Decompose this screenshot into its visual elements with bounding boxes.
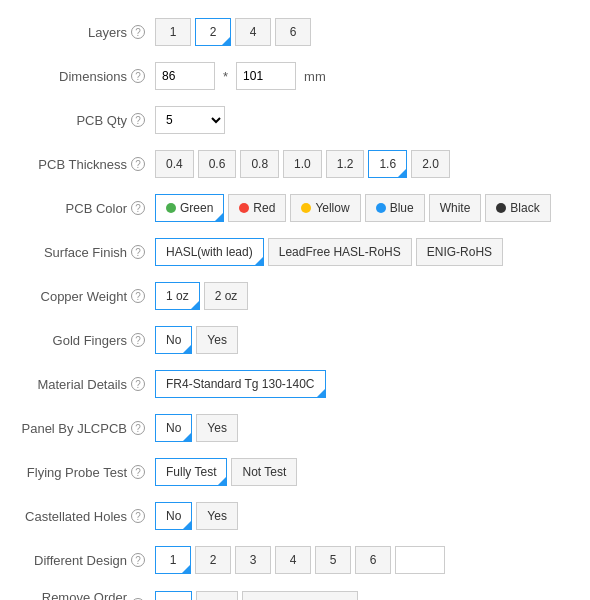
pcb-thickness-opt-10[interactable]: 1.0 [283, 150, 322, 178]
panel-jlcpcb-options: No Yes [155, 414, 580, 442]
copper-weight-options: 1 oz 2 oz [155, 282, 580, 310]
gold-fingers-opt-no[interactable]: No [155, 326, 192, 354]
surface-finish-opt-hasl[interactable]: HASL(with lead) [155, 238, 264, 266]
dimensions-width-input[interactable] [155, 62, 215, 90]
pcb-color-opt-green[interactable]: Green [155, 194, 224, 222]
layers-label: Layers ? [10, 25, 155, 40]
yellow-dot [301, 203, 311, 213]
pcb-thickness-options: 0.4 0.6 0.8 1.0 1.2 1.6 2.0 [155, 150, 580, 178]
pcb-thickness-opt-06[interactable]: 0.6 [198, 150, 237, 178]
copper-weight-help-icon[interactable]: ? [131, 289, 145, 303]
pcb-color-row: PCB Color ? Green Red Yellow Blue White … [0, 186, 590, 230]
different-design-opt-4[interactable]: 4 [275, 546, 311, 574]
flying-probe-opt-fully[interactable]: Fully Test [155, 458, 227, 486]
dimensions-label: Dimensions ? [10, 69, 155, 84]
material-details-help-icon[interactable]: ? [131, 377, 145, 391]
material-details-opt-fr4[interactable]: FR4-Standard Tg 130-140C [155, 370, 326, 398]
pcb-thickness-row: PCB Thickness ? 0.4 0.6 0.8 1.0 1.2 1.6 … [0, 142, 590, 186]
gold-fingers-help-icon[interactable]: ? [131, 333, 145, 347]
pcb-color-opt-red[interactable]: Red [228, 194, 286, 222]
pcb-thickness-opt-16[interactable]: 1.6 [368, 150, 407, 178]
pcb-color-help-icon[interactable]: ? [131, 201, 145, 215]
pcb-thickness-opt-12[interactable]: 1.2 [326, 150, 365, 178]
surface-finish-opt-enig[interactable]: ENIG-RoHS [416, 238, 503, 266]
material-details-options: FR4-Standard Tg 130-140C [155, 370, 580, 398]
panel-jlcpcb-opt-yes[interactable]: Yes [196, 414, 238, 442]
remove-order-number-opt-no[interactable]: No [155, 591, 192, 600]
dimensions-options: * mm [155, 62, 580, 90]
surface-finish-opt-leadfree[interactable]: LeadFree HASL-RoHS [268, 238, 412, 266]
copper-weight-opt-2oz[interactable]: 2 oz [204, 282, 249, 310]
gold-fingers-label: Gold Fingers ? [10, 333, 155, 348]
different-design-opt-1[interactable]: 1 [155, 546, 191, 574]
panel-jlcpcb-help-icon[interactable]: ? [131, 421, 145, 435]
pcb-color-opt-white[interactable]: White [429, 194, 482, 222]
gold-fingers-row: Gold Fingers ? No Yes [0, 318, 590, 362]
remove-order-number-opt-specify[interactable]: Specify a location [242, 591, 358, 600]
pcb-qty-help-icon[interactable]: ? [131, 113, 145, 127]
flying-probe-opt-not[interactable]: Not Test [231, 458, 297, 486]
dimensions-help-icon[interactable]: ? [131, 69, 145, 83]
panel-jlcpcb-label: Panel By JLCPCB ? [10, 421, 155, 436]
remove-order-number-row: Remove Order Number ? No Yes Specify a l… [0, 582, 590, 600]
flying-probe-help-icon[interactable]: ? [131, 465, 145, 479]
pcb-color-opt-yellow[interactable]: Yellow [290, 194, 360, 222]
castellated-holes-label: Castellated Holes ? [10, 509, 155, 524]
surface-finish-text: Surface Finish [44, 245, 127, 260]
castellated-holes-row: Castellated Holes ? No Yes [0, 494, 590, 538]
dimensions-row: Dimensions ? * mm [0, 54, 590, 98]
different-design-opt-2[interactable]: 2 [195, 546, 231, 574]
dimensions-multiply: * [223, 69, 228, 84]
layers-help-icon[interactable]: ? [131, 25, 145, 39]
pcb-color-opt-blue[interactable]: Blue [365, 194, 425, 222]
pcb-color-opt-black[interactable]: Black [485, 194, 550, 222]
gold-fingers-text: Gold Fingers [53, 333, 127, 348]
pcb-thickness-help-icon[interactable]: ? [131, 157, 145, 171]
dimensions-height-input[interactable] [236, 62, 296, 90]
pcb-thickness-opt-04[interactable]: 0.4 [155, 150, 194, 178]
pcb-thickness-opt-08[interactable]: 0.8 [240, 150, 279, 178]
remove-order-number-options: No Yes Specify a location [155, 591, 580, 600]
black-dot [496, 203, 506, 213]
layers-options: 1 2 4 6 [155, 18, 580, 46]
different-design-row: Different Design ? 1 2 3 4 5 6 [0, 538, 590, 582]
layers-opt-2[interactable]: 2 [195, 18, 231, 46]
remove-order-number-opt-yes[interactable]: Yes [196, 591, 238, 600]
panel-jlcpcb-text: Panel By JLCPCB [22, 421, 128, 436]
flying-probe-row: Flying Probe Test ? Fully Test Not Test [0, 450, 590, 494]
different-design-opt-3[interactable]: 3 [235, 546, 271, 574]
castellated-holes-opt-no[interactable]: No [155, 502, 192, 530]
flying-probe-label: Flying Probe Test ? [10, 465, 155, 480]
castellated-holes-help-icon[interactable]: ? [131, 509, 145, 523]
different-design-custom-input[interactable] [395, 546, 445, 574]
different-design-opt-6[interactable]: 6 [355, 546, 391, 574]
panel-jlcpcb-opt-no[interactable]: No [155, 414, 192, 442]
material-details-row: Material Details ? FR4-Standard Tg 130-1… [0, 362, 590, 406]
castellated-holes-options: No Yes [155, 502, 580, 530]
castellated-holes-opt-yes[interactable]: Yes [196, 502, 238, 530]
pcb-color-text: PCB Color [66, 201, 127, 216]
pcb-qty-select[interactable]: 5 10 15 20 25 50 [155, 106, 225, 134]
different-design-opt-5[interactable]: 5 [315, 546, 351, 574]
red-dot [239, 203, 249, 213]
different-design-help-icon[interactable]: ? [131, 553, 145, 567]
dimensions-unit: mm [304, 69, 326, 84]
surface-finish-options: HASL(with lead) LeadFree HASL-RoHS ENIG-… [155, 238, 580, 266]
pcb-color-label: PCB Color ? [10, 201, 155, 216]
panel-jlcpcb-row: Panel By JLCPCB ? No Yes [0, 406, 590, 450]
surface-finish-help-icon[interactable]: ? [131, 245, 145, 259]
gold-fingers-options: No Yes [155, 326, 580, 354]
gold-fingers-opt-yes[interactable]: Yes [196, 326, 238, 354]
surface-finish-row: Surface Finish ? HASL(with lead) LeadFre… [0, 230, 590, 274]
layers-opt-6[interactable]: 6 [275, 18, 311, 46]
pcb-thickness-opt-20[interactable]: 2.0 [411, 150, 450, 178]
layers-opt-4[interactable]: 4 [235, 18, 271, 46]
pcb-color-options: Green Red Yellow Blue White Black [155, 194, 580, 222]
copper-weight-opt-1oz[interactable]: 1 oz [155, 282, 200, 310]
layers-text: Layers [88, 25, 127, 40]
flying-probe-text: Flying Probe Test [27, 465, 127, 480]
blue-dot [376, 203, 386, 213]
pcb-thickness-label: PCB Thickness ? [10, 157, 155, 172]
layers-opt-1[interactable]: 1 [155, 18, 191, 46]
copper-weight-label: Copper Weight ? [10, 289, 155, 304]
